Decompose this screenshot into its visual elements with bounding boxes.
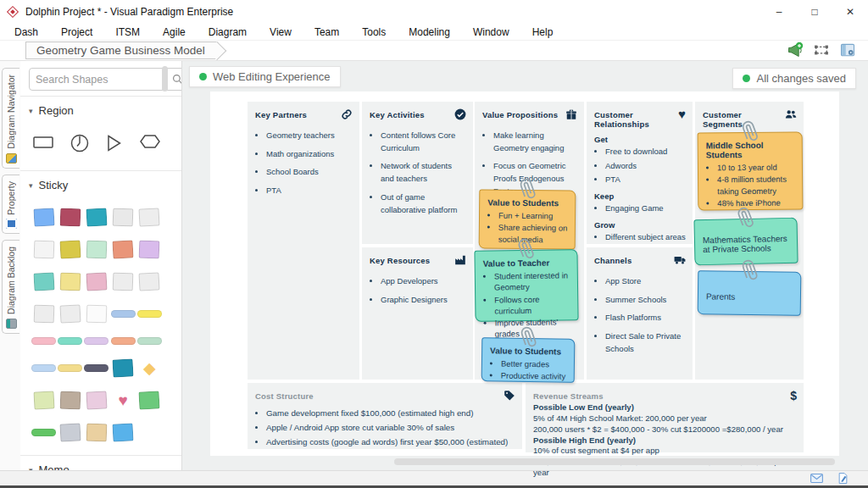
gem-yellow[interactable]: ◆	[143, 359, 156, 377]
marquee-select-icon[interactable]	[813, 42, 830, 58]
heart-pink[interactable]: ♥	[119, 391, 128, 409]
highlight-orange[interactable]	[111, 337, 136, 345]
revenue-line: 5% of 4M High School Market: 200,000 per…	[533, 413, 797, 424]
edit-document-icon[interactable]	[837, 473, 849, 484]
tab-property[interactable]: Property	[2, 175, 19, 235]
section-header-region[interactable]: ▾ Region	[20, 96, 181, 123]
horizontal-scrollbar-thumb[interactable]	[394, 458, 835, 465]
maximize-button[interactable]: □	[797, 0, 832, 24]
sticky-note-parents[interactable]: Parents	[698, 270, 802, 316]
section-header-memo[interactable]: ▾ Memo	[20, 455, 181, 470]
bullet-item: Geometry teachers	[266, 130, 353, 142]
menu-item-team[interactable]: Team	[314, 26, 339, 38]
highlight-lavender[interactable]	[84, 337, 108, 345]
close-button[interactable]: ✕	[832, 0, 868, 24]
sticky-note-value-to-students-2[interactable]: Value to Students Better gradesProductiv…	[481, 337, 576, 383]
menu-item-help[interactable]: Help	[532, 26, 554, 38]
truck-icon	[674, 254, 686, 269]
sticky-yellow-crumpled[interactable]	[59, 273, 81, 291]
tab-diagram-navigator[interactable]: Diagram Navigator	[2, 68, 19, 169]
bullet-item: Graphic Designers	[381, 294, 466, 307]
hexagon-shape[interactable]	[138, 133, 162, 150]
label-yellow[interactable]	[58, 364, 82, 372]
section-key-activities[interactable]: Key Activities Content follows Core Curr…	[362, 102, 473, 244]
menu-item-dash[interactable]: Dash	[14, 26, 38, 38]
mail-icon[interactable]	[810, 473, 823, 484]
sticky-gray-2[interactable]	[113, 273, 134, 291]
sticky-note-middle-school-students[interactable]: Middle School Students 10 to 13 year old…	[698, 131, 804, 210]
menu-item-diagram[interactable]: Diagram	[209, 26, 247, 38]
menu-item-tools[interactable]: Tools	[362, 26, 386, 38]
web-editing-badge: Web Editing Experience	[189, 66, 341, 87]
menu-item-window[interactable]: Window	[473, 26, 509, 38]
section-header-sticky[interactable]: ▾ Sticky	[20, 170, 181, 197]
search-shapes-box[interactable]	[29, 68, 182, 91]
sticky-teal[interactable]	[86, 208, 107, 226]
label-dark[interactable]	[84, 364, 108, 372]
rectangle-shape[interactable]	[32, 133, 55, 152]
sticky-lavender[interactable]	[139, 241, 160, 259]
flower-taupe[interactable]	[59, 391, 81, 410]
sticky-gray[interactable]	[113, 208, 134, 227]
panel-scrollbar-thumb[interactable]	[162, 66, 168, 92]
sticky-white-pinned[interactable]	[33, 241, 54, 259]
sticky-salmon[interactable]	[113, 240, 134, 258]
sticky-maroon[interactable]	[59, 208, 81, 227]
highlight-teal[interactable]	[58, 337, 82, 345]
section-channels[interactable]: Channels App StoreSummer SchoolsFlash Pl…	[587, 247, 693, 380]
revenue-text: Possible Low End (yearly)5% of 4M High S…	[533, 402, 797, 479]
menu-item-agile[interactable]: Agile	[163, 26, 186, 38]
revenue-line: Possible Low End (yearly)	[533, 402, 797, 413]
brick-teal[interactable]	[113, 358, 134, 377]
clock-shape[interactable]	[70, 133, 90, 153]
section-cost-structure[interactable]: Cost Structure Game development fixed $1…	[248, 383, 522, 449]
section-customer-relationships[interactable]: Customer Relationships ♥ Get Free to dow…	[587, 102, 693, 244]
sticky-gray-5[interactable]	[59, 304, 81, 323]
sticky-mint[interactable]	[86, 241, 108, 259]
note-pink-pinned[interactable]	[86, 272, 107, 291]
sticky-gray-folded[interactable]	[139, 208, 160, 226]
play-shape[interactable]	[104, 133, 124, 153]
section-key-resources[interactable]: Key Resources App DevelopersGraphic Desi…	[362, 247, 473, 380]
note-lightgreen[interactable]	[33, 391, 54, 409]
thumbsup-blue[interactable]	[113, 423, 134, 441]
green-status-dot	[199, 73, 207, 80]
diagram-canvas[interactable]: Web Editing Experience All changes saved…	[182, 61, 868, 470]
moneybag-green[interactable]	[139, 391, 160, 409]
highlight-blue[interactable]	[111, 310, 136, 318]
menu-item-itsm[interactable]: ITSM	[115, 26, 140, 38]
bullet-item: Advertising costs (google ad words) firs…	[266, 435, 515, 448]
menu-item-view[interactable]: View	[270, 26, 292, 38]
note-teal-lined[interactable]	[33, 272, 54, 291]
menu-item-project[interactable]: Project	[61, 26, 92, 38]
gift-pink[interactable]	[86, 391, 107, 409]
highlight-pink[interactable]	[31, 337, 56, 345]
tab-diagram-backlog[interactable]: Diagram Backlog	[2, 240, 19, 334]
label-blue[interactable]	[31, 364, 56, 372]
title-bar: Dolphin Project * - Visual Paradigm Ente…	[0, 0, 868, 24]
tag-tan[interactable]	[86, 424, 108, 442]
highlight-yellow[interactable]	[137, 310, 162, 318]
section-revenue-streams[interactable]: Revenue Streams $ Possible Low End (year…	[526, 383, 804, 452]
menu-item-modeling[interactable]: Modeling	[409, 26, 450, 38]
minimize-button[interactable]: –	[761, 0, 797, 24]
bullet-item: Engaging Game	[605, 202, 686, 215]
factory-icon	[454, 254, 466, 269]
layout-panel-icon[interactable]	[839, 42, 856, 58]
sticky-note-value-to-teacher[interactable]: Value to Teacher Student interested in G…	[474, 249, 578, 322]
breadcrumb[interactable]: Geometry Game Business Model	[25, 42, 217, 59]
shape-gray[interactable]	[59, 423, 81, 441]
banner-green[interactable]	[31, 429, 56, 436]
search-shapes-input[interactable]	[36, 74, 172, 86]
highlight-green[interactable]	[137, 337, 162, 345]
sticky-yellow-taped[interactable]	[59, 240, 81, 258]
section-key-partners[interactable]: Key Partners Geometry teachersMath organ…	[248, 102, 359, 380]
sticky-blue[interactable]	[33, 208, 54, 226]
sticky-gray-3[interactable]	[139, 272, 160, 291]
share-announce-icon[interactable]	[787, 42, 804, 58]
revenue-line: 200,000 users * $2 = $400,000 - 30% cut …	[533, 424, 797, 446]
bullet-item: Out of game collaborative platform	[381, 191, 466, 216]
sticky-white[interactable]	[86, 305, 108, 324]
sticky-gray-4[interactable]	[33, 305, 54, 324]
visual-paradigm-window: Dolphin Project * - Visual Paradigm Ente…	[0, 0, 868, 488]
